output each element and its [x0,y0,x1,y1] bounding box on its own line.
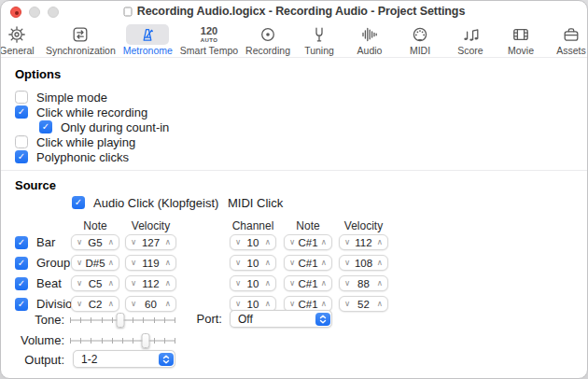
stepper-decrement-icon[interactable] [344,238,350,246]
stepper-decrement-icon[interactable] [235,279,241,288]
source-row-bar[interactable]: Bar [15,234,55,250]
stepper-increment-icon[interactable] [377,259,383,267]
stepper-increment-icon[interactable] [265,259,271,267]
volume-slider[interactable] [69,333,175,347]
bar-audio-velocity-stepper[interactable]: 127 [125,234,176,250]
tab-tuning[interactable]: Tuning [296,24,343,56]
checkbox[interactable] [15,135,28,148]
stepper-increment-icon[interactable] [265,300,271,308]
stepper-decrement-icon[interactable] [344,259,350,267]
stepper-increment-icon[interactable] [321,279,327,288]
stepper-increment-icon[interactable] [108,279,114,288]
output-dropdown[interactable]: 1-2 [73,350,175,368]
stepper-decrement-icon[interactable] [77,238,82,246]
stepper-increment-icon[interactable] [108,300,114,308]
checkbox[interactable] [15,277,28,290]
option-label: Simple mode [36,91,107,105]
stepper-decrement-icon[interactable] [131,238,136,246]
stepper-decrement-icon[interactable] [289,238,295,246]
stepper-decrement-icon[interactable] [131,259,136,267]
bar-midi-channel-stepper[interactable]: 10 [230,234,276,250]
tab-metronome[interactable]: Metronome [121,24,175,56]
beat-midi-velocity-stepper[interactable]: 88 [339,275,388,291]
beat-midi-note-stepper[interactable]: C#1 [284,275,332,291]
beat-midi-channel-stepper[interactable]: 10 [230,275,276,291]
slider-thumb[interactable] [116,313,124,328]
source-row-beat[interactable]: Beat [15,275,62,291]
stepper-decrement-icon[interactable] [131,300,136,308]
stepper-value: 10 [247,237,259,248]
group-audio-note-stepper[interactable]: D#5 [71,255,119,271]
checkbox[interactable] [15,298,28,311]
division-midi-velocity-stepper[interactable]: 52 [339,296,388,312]
option-polyphonic-clicks[interactable]: Polyphonic clicks [15,149,129,164]
stepper-decrement-icon[interactable] [289,279,295,288]
stepper-increment-icon[interactable] [377,238,383,246]
tuning-fork-icon [298,24,341,45]
stepper-increment-icon[interactable] [165,238,171,246]
group-midi-note-stepper[interactable]: C#1 [284,255,332,271]
tab-score[interactable]: Score [447,24,494,56]
stepper-decrement-icon[interactable] [344,279,350,288]
stepper-increment-icon[interactable] [377,300,383,308]
stepper-value: 127 [142,237,160,248]
stepper-decrement-icon[interactable] [289,259,295,267]
stepper-increment-icon[interactable] [165,300,171,308]
tab-movie[interactable]: Movie [497,24,544,56]
tab-audio[interactable]: Audio [346,24,393,56]
source-row-division[interactable]: Division [15,296,79,312]
stepper-increment-icon[interactable] [108,259,114,267]
slider-thumb[interactable] [142,333,150,348]
group-midi-velocity-stepper[interactable]: 108 [339,255,388,271]
bar-midi-velocity-stepper[interactable]: 112 [339,234,388,250]
stepper-decrement-icon[interactable] [77,279,82,288]
stepper-increment-icon[interactable] [165,279,171,288]
stepper-decrement-icon[interactable] [77,300,82,308]
bar-midi-note-stepper[interactable]: C#1 [284,234,332,250]
option-simple-mode[interactable]: Simple mode [15,90,107,105]
division-audio-velocity-stepper[interactable]: 60 [125,296,176,312]
tab-assets[interactable]: Assets [548,24,588,56]
tone-slider[interactable] [69,313,175,327]
stepper-increment-icon[interactable] [265,279,271,288]
source-row-group[interactable]: Group [15,255,70,271]
tab-smart-tempo[interactable]: 120 AUTO Smart Tempo [178,24,240,56]
stepper-increment-icon[interactable] [321,238,327,246]
checkbox[interactable] [15,236,28,249]
group-audio-velocity-stepper[interactable]: 119 [125,255,176,271]
stepper-decrement-icon[interactable] [289,300,295,308]
checkbox[interactable] [15,105,28,119]
beat-audio-note-stepper[interactable]: C5 [71,275,119,291]
stepper-decrement-icon[interactable] [131,279,136,288]
stepper-decrement-icon[interactable] [235,238,241,246]
option-click-while-recording[interactable]: Click while recording [15,105,147,119]
tab-recording[interactable]: Recording [244,24,292,56]
tab-midi[interactable]: MIDI [397,24,443,56]
checkbox[interactable] [39,120,52,133]
stepper-decrement-icon[interactable] [344,300,350,308]
stepper-increment-icon[interactable] [321,300,327,308]
port-dropdown[interactable]: Off [230,310,332,328]
stepper-decrement-icon[interactable] [77,259,82,267]
tab-synchronization[interactable]: Synchronization [44,24,118,56]
stepper-increment-icon[interactable] [165,259,171,267]
checkbox[interactable] [72,196,85,209]
stepper-increment-icon[interactable] [265,238,271,246]
division-audio-note-stepper[interactable]: C2 [71,296,119,312]
option-click-while-playing[interactable]: Click while playing [15,134,135,149]
checkbox[interactable] [15,150,28,163]
option-only-during-count-in[interactable]: Only during count-in [39,119,169,134]
stepper-increment-icon[interactable] [377,279,383,288]
checkbox[interactable] [15,257,28,270]
stepper-decrement-icon[interactable] [235,300,241,308]
stepper-decrement-icon[interactable] [235,259,241,267]
beat-audio-velocity-stepper[interactable]: 112 [125,275,176,291]
tab-general[interactable]: General [0,24,40,56]
audio-click-toggle[interactable]: Audio Click (Klopfgeist) [72,195,218,210]
checkbox[interactable] [15,91,28,104]
group-midi-channel-stepper[interactable]: 10 [230,255,276,271]
bar-audio-note-stepper[interactable]: G5 [71,234,119,250]
stepper-increment-icon[interactable] [321,259,327,267]
title-bar[interactable]: Recording Audio.logicx - Recording Audio… [1,1,587,23]
stepper-increment-icon[interactable] [108,238,114,246]
